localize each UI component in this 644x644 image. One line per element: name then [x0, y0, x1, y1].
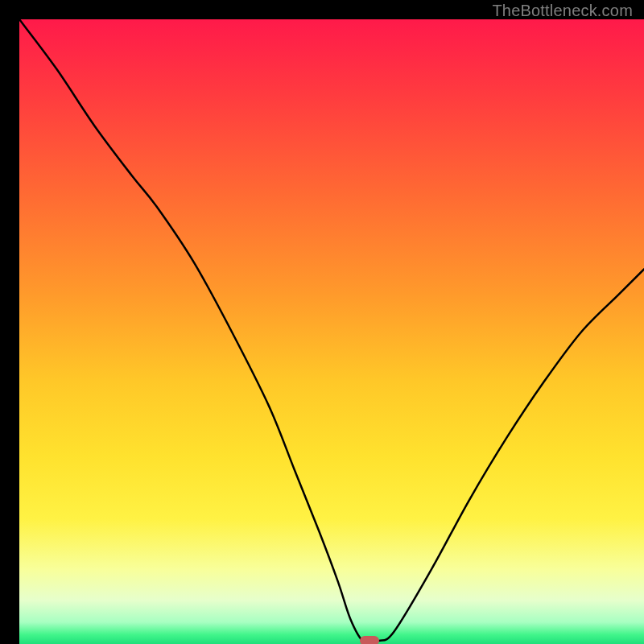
bottleneck-curve: [19, 19, 644, 644]
watermark-text: TheBottleneck.com: [492, 2, 633, 20]
chart-frame: [10, 10, 634, 634]
optimal-point-marker: [360, 636, 379, 644]
plot-area: [19, 19, 644, 644]
